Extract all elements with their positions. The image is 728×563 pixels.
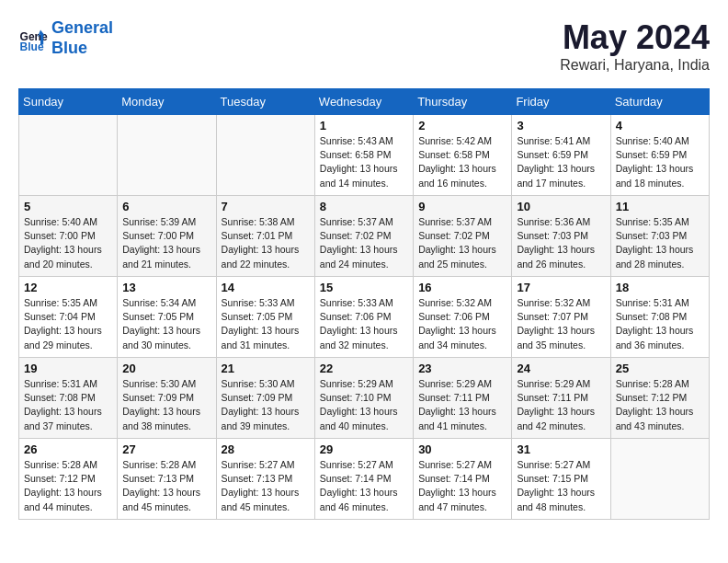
- weekday-header-saturday: Saturday: [610, 89, 709, 115]
- calendar-day-27: 27Sunrise: 5:28 AM Sunset: 7:13 PM Dayli…: [118, 439, 216, 520]
- day-number: 21: [222, 362, 310, 375]
- day-number: 6: [122, 200, 210, 213]
- day-number: 19: [24, 362, 112, 375]
- calendar-day-16: 16Sunrise: 5:32 AM Sunset: 7:06 PM Dayli…: [414, 277, 512, 358]
- month-year: May 2024: [560, 18, 710, 57]
- day-info: Sunrise: 5:41 AM Sunset: 6:59 PM Dayligh…: [517, 134, 605, 190]
- day-info: Sunrise: 5:38 AM Sunset: 7:01 PM Dayligh…: [222, 215, 310, 271]
- day-number: 20: [122, 362, 210, 375]
- empty-cell: [216, 115, 314, 196]
- day-info: Sunrise: 5:28 AM Sunset: 7:12 PM Dayligh…: [24, 458, 112, 514]
- calendar-day-29: 29Sunrise: 5:27 AM Sunset: 7:14 PM Dayli…: [314, 439, 413, 520]
- calendar-day-15: 15Sunrise: 5:33 AM Sunset: 7:06 PM Dayli…: [314, 277, 413, 358]
- svg-text:Blue: Blue: [20, 40, 44, 52]
- day-number: 30: [418, 442, 506, 456]
- day-number: 7: [222, 200, 310, 213]
- day-number: 18: [616, 281, 704, 294]
- day-number: 13: [122, 281, 210, 294]
- calendar-day-11: 11Sunrise: 5:35 AM Sunset: 7:03 PM Dayli…: [610, 196, 709, 277]
- day-info: Sunrise: 5:35 AM Sunset: 7:03 PM Dayligh…: [616, 215, 704, 271]
- logo-icon: General Blue: [18, 24, 48, 53]
- day-info: Sunrise: 5:27 AM Sunset: 7:15 PM Dayligh…: [517, 458, 605, 514]
- day-number: 11: [616, 200, 704, 213]
- day-number: 8: [320, 200, 408, 213]
- calendar-day-24: 24Sunrise: 5:29 AM Sunset: 7:11 PM Dayli…: [512, 358, 610, 439]
- calendar-table: SundayMondayTuesdayWednesdayThursdayFrid…: [18, 88, 710, 520]
- calendar-day-20: 20Sunrise: 5:30 AM Sunset: 7:09 PM Dayli…: [118, 358, 216, 439]
- weekday-header-wednesday: Wednesday: [314, 89, 413, 115]
- day-number: 16: [418, 281, 506, 294]
- day-number: 10: [517, 200, 605, 213]
- day-number: 3: [517, 119, 605, 132]
- calendar-day-30: 30Sunrise: 5:27 AM Sunset: 7:14 PM Dayli…: [414, 439, 512, 520]
- calendar-week-row: 1Sunrise: 5:43 AM Sunset: 6:58 PM Daylig…: [19, 115, 710, 196]
- day-number: 24: [517, 362, 605, 375]
- logo: General Blue GeneralBlue: [18, 18, 113, 58]
- calendar-day-31: 31Sunrise: 5:27 AM Sunset: 7:15 PM Dayli…: [512, 439, 610, 520]
- day-number: 23: [418, 362, 506, 375]
- calendar-day-25: 25Sunrise: 5:28 AM Sunset: 7:12 PM Dayli…: [610, 358, 709, 439]
- calendar-day-18: 18Sunrise: 5:31 AM Sunset: 7:08 PM Dayli…: [610, 277, 709, 358]
- day-number: 17: [517, 281, 605, 294]
- day-info: Sunrise: 5:35 AM Sunset: 7:04 PM Dayligh…: [24, 296, 112, 352]
- weekday-header-monday: Monday: [118, 89, 216, 115]
- page-header: General Blue GeneralBlue May 2024 Rewari…: [18, 18, 710, 74]
- weekday-header-sunday: Sunday: [19, 89, 118, 115]
- day-number: 28: [222, 442, 310, 456]
- day-number: 4: [616, 119, 704, 132]
- day-info: Sunrise: 5:34 AM Sunset: 7:05 PM Dayligh…: [122, 296, 210, 352]
- day-info: Sunrise: 5:30 AM Sunset: 7:09 PM Dayligh…: [122, 377, 210, 433]
- day-info: Sunrise: 5:29 AM Sunset: 7:10 PM Dayligh…: [320, 377, 408, 433]
- day-info: Sunrise: 5:37 AM Sunset: 7:02 PM Dayligh…: [320, 215, 408, 271]
- calendar-day-13: 13Sunrise: 5:34 AM Sunset: 7:05 PM Dayli…: [118, 277, 216, 358]
- empty-cell: [610, 439, 709, 520]
- day-info: Sunrise: 5:32 AM Sunset: 7:06 PM Dayligh…: [418, 296, 506, 352]
- day-info: Sunrise: 5:29 AM Sunset: 7:11 PM Dayligh…: [517, 377, 605, 433]
- day-info: Sunrise: 5:36 AM Sunset: 7:03 PM Dayligh…: [517, 215, 605, 271]
- day-info: Sunrise: 5:33 AM Sunset: 7:05 PM Dayligh…: [222, 296, 310, 352]
- calendar-day-28: 28Sunrise: 5:27 AM Sunset: 7:13 PM Dayli…: [216, 439, 314, 520]
- calendar-week-row: 5Sunrise: 5:40 AM Sunset: 7:00 PM Daylig…: [19, 196, 710, 277]
- day-number: 14: [222, 281, 310, 294]
- day-number: 29: [320, 442, 408, 456]
- day-number: 15: [320, 281, 408, 294]
- empty-cell: [118, 115, 216, 196]
- day-info: Sunrise: 5:28 AM Sunset: 7:13 PM Dayligh…: [122, 458, 210, 514]
- day-number: 27: [122, 442, 210, 456]
- day-info: Sunrise: 5:42 AM Sunset: 6:58 PM Dayligh…: [418, 134, 506, 190]
- day-number: 26: [24, 442, 112, 456]
- weekday-header-row: SundayMondayTuesdayWednesdayThursdayFrid…: [19, 89, 710, 115]
- calendar-day-26: 26Sunrise: 5:28 AM Sunset: 7:12 PM Dayli…: [19, 439, 118, 520]
- day-info: Sunrise: 5:27 AM Sunset: 7:14 PM Dayligh…: [320, 458, 408, 514]
- day-number: 12: [24, 281, 112, 294]
- weekday-header-tuesday: Tuesday: [216, 89, 314, 115]
- day-info: Sunrise: 5:32 AM Sunset: 7:07 PM Dayligh…: [517, 296, 605, 352]
- calendar-day-10: 10Sunrise: 5:36 AM Sunset: 7:03 PM Dayli…: [512, 196, 610, 277]
- day-info: Sunrise: 5:27 AM Sunset: 7:14 PM Dayligh…: [418, 458, 506, 514]
- calendar-week-row: 26Sunrise: 5:28 AM Sunset: 7:12 PM Dayli…: [19, 439, 710, 520]
- calendar-day-8: 8Sunrise: 5:37 AM Sunset: 7:02 PM Daylig…: [314, 196, 413, 277]
- empty-cell: [19, 115, 118, 196]
- calendar-week-row: 12Sunrise: 5:35 AM Sunset: 7:04 PM Dayli…: [19, 277, 710, 358]
- day-info: Sunrise: 5:28 AM Sunset: 7:12 PM Dayligh…: [616, 377, 704, 433]
- day-info: Sunrise: 5:31 AM Sunset: 7:08 PM Dayligh…: [24, 377, 112, 433]
- calendar-day-21: 21Sunrise: 5:30 AM Sunset: 7:09 PM Dayli…: [216, 358, 314, 439]
- calendar-day-7: 7Sunrise: 5:38 AM Sunset: 7:01 PM Daylig…: [216, 196, 314, 277]
- calendar-day-1: 1Sunrise: 5:43 AM Sunset: 6:58 PM Daylig…: [314, 115, 413, 196]
- calendar-day-6: 6Sunrise: 5:39 AM Sunset: 7:00 PM Daylig…: [118, 196, 216, 277]
- calendar-day-12: 12Sunrise: 5:35 AM Sunset: 7:04 PM Dayli…: [19, 277, 118, 358]
- day-number: 25: [616, 362, 704, 375]
- day-info: Sunrise: 5:30 AM Sunset: 7:09 PM Dayligh…: [222, 377, 310, 433]
- calendar-day-5: 5Sunrise: 5:40 AM Sunset: 7:00 PM Daylig…: [19, 196, 118, 277]
- logo-text: GeneralBlue: [51, 18, 113, 58]
- day-info: Sunrise: 5:37 AM Sunset: 7:02 PM Dayligh…: [418, 215, 506, 271]
- calendar-day-2: 2Sunrise: 5:42 AM Sunset: 6:58 PM Daylig…: [414, 115, 512, 196]
- calendar-day-14: 14Sunrise: 5:33 AM Sunset: 7:05 PM Dayli…: [216, 277, 314, 358]
- day-info: Sunrise: 5:27 AM Sunset: 7:13 PM Dayligh…: [222, 458, 310, 514]
- calendar-day-22: 22Sunrise: 5:29 AM Sunset: 7:10 PM Dayli…: [314, 358, 413, 439]
- day-info: Sunrise: 5:33 AM Sunset: 7:06 PM Dayligh…: [320, 296, 408, 352]
- location: Rewari, Haryana, India: [560, 57, 710, 74]
- day-info: Sunrise: 5:40 AM Sunset: 6:59 PM Dayligh…: [616, 134, 704, 190]
- calendar-day-17: 17Sunrise: 5:32 AM Sunset: 7:07 PM Dayli…: [512, 277, 610, 358]
- calendar-day-9: 9Sunrise: 5:37 AM Sunset: 7:02 PM Daylig…: [414, 196, 512, 277]
